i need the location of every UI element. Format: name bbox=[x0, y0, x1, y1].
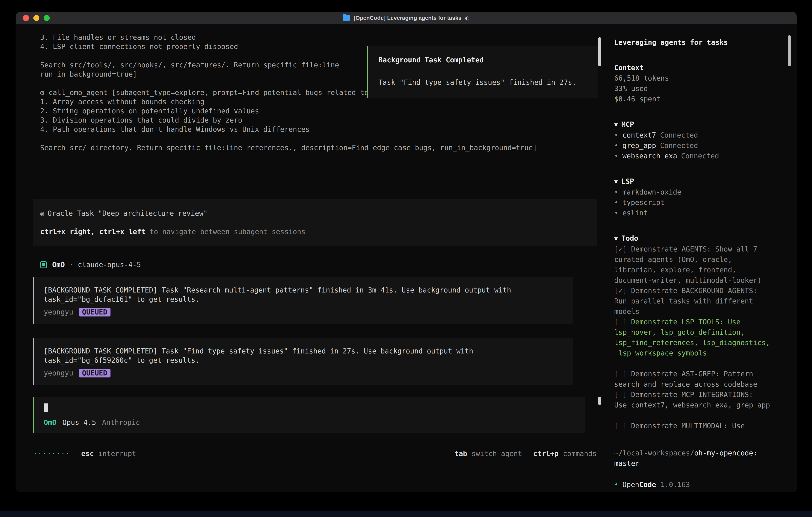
context-used: 33% used bbox=[614, 83, 791, 94]
active-agent-label: OmO bbox=[44, 418, 56, 427]
lsp-item: •eslint bbox=[614, 208, 791, 218]
desktop-edge bbox=[0, 511, 812, 517]
ctrlp-key-hint: ctrl+p bbox=[533, 449, 558, 458]
gear-icon: ⚙ bbox=[40, 88, 45, 97]
app-version: 1.0.163 bbox=[661, 480, 690, 490]
status-right-group: tab switch agent ctrl+p commands bbox=[455, 449, 597, 458]
status-bar: ········ esc interrupt tab switch agent … bbox=[33, 449, 597, 458]
chevron-down-icon: ▼ bbox=[614, 235, 618, 242]
oracle-task-panel[interactable]: ◉Oracle Task "Deep architecture review" … bbox=[33, 199, 597, 246]
message-line: task_id="bg_6f59260c" to get results. bbox=[44, 356, 564, 365]
log-blank-line bbox=[33, 134, 614, 143]
traffic-lights bbox=[23, 12, 50, 24]
spinner-dots-icon: ········ bbox=[33, 449, 70, 458]
sidebar-scrollbar-thumb[interactable] bbox=[788, 35, 791, 66]
tool-call-tail: Search src/ directory. Return specific f… bbox=[33, 143, 614, 152]
active-provider-label: Anthropic bbox=[102, 418, 140, 427]
lsp-item: •markdown-oxide bbox=[614, 187, 791, 197]
todo-item-done: [✓] Demonstrate AGENTS: Show all 7 curat… bbox=[614, 244, 772, 285]
text-cursor bbox=[44, 404, 48, 412]
separator-dot: · bbox=[69, 260, 73, 269]
bullet-icon: • bbox=[614, 141, 618, 149]
chat-main-area: 3. File handles or streams not closed 4.… bbox=[16, 24, 614, 492]
oracle-hint-line: ctrl+x right, ctrl+x left to navigate be… bbox=[33, 227, 597, 236]
half-moon-icon: ◐ bbox=[465, 15, 470, 21]
mcp-item: •websearch_exaConnected bbox=[614, 151, 791, 161]
background-task-message: [BACKGROUND TASK COMPLETED] Task "Resear… bbox=[33, 277, 573, 324]
queued-badge: QUEUED bbox=[79, 369, 111, 377]
minimize-window-button[interactable] bbox=[33, 15, 39, 21]
bullet-icon: • bbox=[614, 480, 618, 490]
todo-item-active: [ ] Demonstrate LSP TOOLS: Use lsp_hover… bbox=[614, 317, 772, 358]
session-title: Leveraging agents for tasks bbox=[614, 37, 791, 48]
message-line: [BACKGROUND TASK COMPLETED] Task "Resear… bbox=[44, 285, 564, 295]
close-window-button[interactable] bbox=[23, 15, 29, 21]
app-version-footer: • OpenCode 1.0.163 bbox=[614, 480, 791, 490]
message-scrollbar-thumb[interactable] bbox=[598, 397, 601, 405]
notification-title: Background Task Completed bbox=[378, 55, 590, 64]
window-title-group: [OpenCode] Leveraging agents for tasks ◐ bbox=[343, 15, 470, 21]
oracle-blank-line bbox=[33, 218, 597, 227]
message-meta-row: yeongyu QUEUED bbox=[44, 369, 564, 378]
zoom-window-button[interactable] bbox=[44, 15, 50, 21]
chevron-down-icon: ▼ bbox=[614, 178, 618, 185]
oracle-hint-text: to navigate between subagent sessions bbox=[145, 228, 306, 236]
window-title: [OpenCode] Leveraging agents for tasks bbox=[354, 15, 462, 21]
bullet-icon: • bbox=[614, 188, 618, 196]
active-model-label: Opus 4.5 bbox=[62, 418, 96, 427]
status-left-group: ········ esc interrupt bbox=[33, 449, 136, 458]
agent-name: OmO bbox=[52, 260, 65, 269]
tool-call-item: 2. String operations on potentially unde… bbox=[33, 106, 614, 115]
workspace-branch: master bbox=[614, 458, 791, 469]
queued-badge: QUEUED bbox=[79, 308, 111, 317]
oracle-task-title-line: ◉Oracle Task "Deep architecture review" bbox=[33, 209, 597, 218]
notification-body: Task "Find type safety issues" finished … bbox=[378, 78, 590, 87]
chevron-down-icon: ▼ bbox=[614, 121, 618, 128]
prompt-input-line[interactable] bbox=[44, 403, 577, 412]
mcp-section-heading[interactable]: ▼MCP bbox=[614, 119, 791, 130]
brand-open: Open bbox=[622, 480, 639, 490]
context-spent: $0.46 spent bbox=[614, 94, 791, 104]
message-author: yeongyu bbox=[44, 307, 73, 317]
todo-item-pending: [ ] Demonstrate MULTIMODAL: Use bbox=[614, 420, 772, 431]
message-line: [BACKGROUND TASK COMPLETED] Task "Find t… bbox=[44, 347, 564, 356]
context-tokens: 66,518 tokens bbox=[614, 73, 791, 83]
tab-key-hint: tab bbox=[455, 449, 467, 458]
oracle-hint-keys: ctrl+x right, ctrl+x left bbox=[40, 228, 145, 236]
todo-section-heading[interactable]: ▼Todo bbox=[614, 233, 791, 244]
prompt-input-meta: OmO Opus 4.5 Anthropic bbox=[44, 418, 577, 427]
bullet-icon: • bbox=[614, 209, 618, 217]
context-heading: Context bbox=[614, 62, 791, 73]
message-line: task_id="bg_dcfac161" to get results. bbox=[44, 295, 564, 304]
log-line: 3. File handles or streams not closed bbox=[33, 33, 614, 42]
ctrlp-key-label: commands bbox=[563, 449, 597, 458]
bullet-icon: • bbox=[614, 198, 618, 207]
bullet-icon: • bbox=[614, 131, 618, 139]
mcp-item: •grep_appConnected bbox=[614, 140, 791, 151]
mcp-item: •context7Connected bbox=[614, 130, 791, 140]
workspace-path: ~/local-workspaces/oh-my-opencode: maste… bbox=[614, 448, 791, 469]
workspace-path-line: ~/local-workspaces/oh-my-opencode: bbox=[614, 448, 791, 458]
window-titlebar[interactable]: [OpenCode] Leveraging agents for tasks ◐ bbox=[16, 12, 796, 24]
main-scrollbar-thumb[interactable] bbox=[598, 37, 601, 66]
todo-item-pending: [ ] Demonstrate AST-GREP: Pattern search… bbox=[614, 369, 772, 389]
bullet-icon: • bbox=[614, 152, 618, 160]
agent-checkbox-icon bbox=[40, 261, 47, 268]
esc-key-hint: esc bbox=[81, 449, 94, 458]
todo-item-pending: [ ] Demonstrate MCP INTEGRATIONS: Use co… bbox=[614, 389, 772, 410]
sidebar: Leveraging agents for tasks Context 66,5… bbox=[614, 24, 796, 492]
tab-key-label: switch agent bbox=[471, 449, 522, 458]
tool-call-item: 1. Array access without bounds checking bbox=[33, 97, 614, 106]
tool-call-item: 3. Division operations that could divide… bbox=[33, 115, 614, 125]
folder-icon bbox=[343, 16, 350, 21]
record-icon: ◉ bbox=[40, 209, 45, 217]
todo-list: [✓] Demonstrate AGENTS: Show all 7 curat… bbox=[614, 244, 772, 431]
todo-item-done: [✓] Demonstrate BACKGROUND AGENTS: Run p… bbox=[614, 285, 772, 317]
agent-model: claude-opus-4-5 bbox=[78, 260, 141, 269]
oracle-task-title: Oracle Task "Deep architecture review" bbox=[48, 209, 208, 217]
terminal-window: [OpenCode] Leveraging agents for tasks ◐… bbox=[16, 11, 797, 492]
prompt-input[interactable]: OmO Opus 4.5 Anthropic bbox=[33, 397, 585, 433]
tool-call-item: 4. Path operations that don't handle Win… bbox=[33, 125, 614, 134]
lsp-section-heading[interactable]: ▼LSP bbox=[614, 176, 791, 187]
esc-key-label: interrupt bbox=[98, 449, 136, 458]
